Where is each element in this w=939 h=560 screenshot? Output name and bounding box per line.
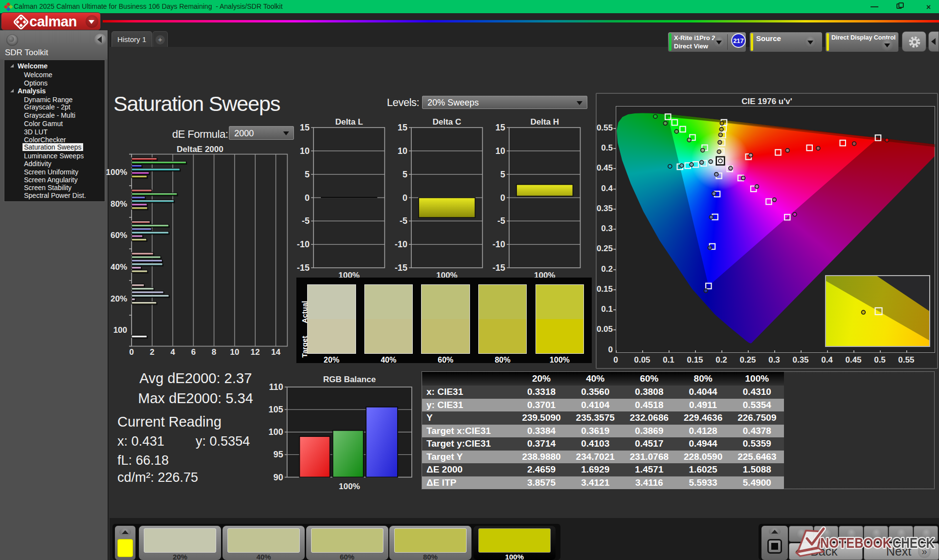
svg-text:100%: 100%: [339, 482, 360, 491]
svg-text:15: 15: [495, 123, 505, 132]
svg-text:-10: -10: [395, 239, 407, 249]
svg-text:14: 14: [271, 347, 281, 357]
svg-text:100: 100: [268, 427, 283, 437]
svg-text:5: 5: [305, 170, 310, 179]
svg-text:-5: -5: [497, 216, 505, 226]
svg-text:0: 0: [402, 193, 407, 203]
svg-text:10: 10: [398, 146, 407, 156]
svg-text:-10: -10: [297, 239, 310, 249]
svg-text:15: 15: [398, 123, 407, 132]
svg-text:DeltaE 2000: DeltaE 2000: [177, 145, 223, 154]
svg-text:Delta L: Delta L: [335, 117, 363, 127]
svg-text:10: 10: [300, 146, 310, 156]
svg-text:Delta C: Delta C: [432, 117, 461, 127]
svg-text:5: 5: [402, 170, 407, 179]
svg-text:95: 95: [273, 450, 283, 459]
svg-text:12: 12: [250, 347, 260, 357]
svg-text:6: 6: [191, 347, 196, 357]
svg-text:15: 15: [300, 123, 310, 132]
svg-text:0: 0: [129, 347, 134, 357]
svg-text:20%: 20%: [111, 294, 127, 303]
svg-text:NOTEBOOK: NOTEBOOK: [820, 535, 892, 551]
svg-text:Delta H: Delta H: [530, 117, 559, 127]
svg-text:4: 4: [171, 347, 176, 357]
svg-text:2: 2: [150, 347, 154, 357]
svg-text:100%: 100%: [436, 271, 457, 278]
svg-text:80%: 80%: [111, 199, 127, 209]
svg-text:100%: 100%: [534, 271, 555, 278]
svg-text:10: 10: [230, 347, 239, 357]
svg-text:110: 110: [269, 382, 283, 392]
svg-text:-5: -5: [302, 216, 310, 226]
svg-text:10: 10: [495, 146, 505, 156]
svg-text:-5: -5: [400, 216, 407, 226]
svg-text:100%: 100%: [338, 271, 359, 278]
svg-text:0: 0: [500, 193, 505, 203]
svg-text:40%: 40%: [111, 262, 127, 272]
svg-text:100%: 100%: [106, 168, 127, 177]
svg-text:100: 100: [113, 325, 127, 335]
svg-text:60%: 60%: [111, 231, 127, 240]
svg-text:-10: -10: [492, 239, 505, 249]
svg-text:8: 8: [212, 347, 216, 357]
svg-text:RGB Balance: RGB Balance: [323, 375, 376, 384]
svg-text:0: 0: [305, 193, 310, 203]
svg-text:-15: -15: [395, 263, 407, 273]
svg-text:-15: -15: [297, 263, 310, 273]
svg-text:-15: -15: [492, 263, 505, 273]
svg-text:90: 90: [273, 473, 283, 482]
svg-text:5: 5: [500, 170, 505, 179]
svg-text:105: 105: [268, 405, 283, 414]
svg-text:CHECK: CHECK: [893, 535, 935, 551]
